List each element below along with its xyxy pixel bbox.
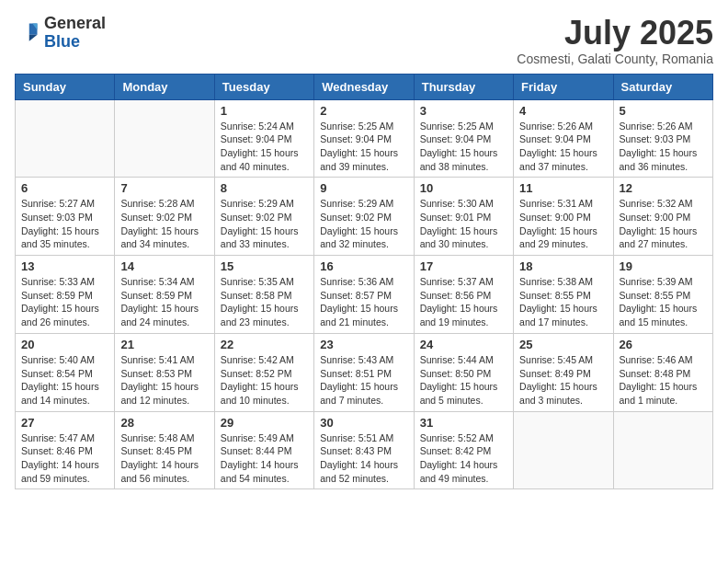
calendar-cell <box>16 99 115 178</box>
day-info: Sunrise: 5:37 AM Sunset: 8:56 PM Dayligh… <box>420 275 507 329</box>
day-info: Sunrise: 5:36 AM Sunset: 8:57 PM Dayligh… <box>320 275 407 329</box>
calendar-cell: 12Sunrise: 5:32 AM Sunset: 9:00 PM Dayli… <box>613 178 712 256</box>
calendar-cell: 26Sunrise: 5:46 AM Sunset: 8:48 PM Dayli… <box>613 333 712 411</box>
calendar-header-row: SundayMondayTuesdayWednesdayThursdayFrid… <box>16 74 713 99</box>
day-info: Sunrise: 5:28 AM Sunset: 9:02 PM Dayligh… <box>120 197 208 251</box>
logo-blue: Blue <box>44 32 80 51</box>
day-info: Sunrise: 5:52 AM Sunset: 8:42 PM Dayligh… <box>420 431 507 486</box>
calendar-cell: 15Sunrise: 5:35 AM Sunset: 8:58 PM Dayli… <box>214 256 313 334</box>
day-number: 8 <box>221 181 308 195</box>
weekday-header-thursday: Thursday <box>414 74 513 99</box>
svg-marker-1 <box>29 35 38 41</box>
calendar-week-row: 1Sunrise: 5:24 AM Sunset: 9:04 PM Daylig… <box>16 99 713 178</box>
day-number: 22 <box>221 338 308 351</box>
day-number: 5 <box>620 104 707 118</box>
day-info: Sunrise: 5:25 AM Sunset: 9:04 PM Dayligh… <box>320 120 407 174</box>
calendar-cell: 14Sunrise: 5:34 AM Sunset: 8:59 PM Dayli… <box>115 256 214 334</box>
day-info: Sunrise: 5:51 AM Sunset: 8:43 PM Dayligh… <box>320 431 407 486</box>
page-header: General Blue July 2025 Cosmesti, Galati … <box>15 15 713 66</box>
weekday-header-wednesday: Wednesday <box>314 74 414 99</box>
weekday-header-sunday: Sunday <box>16 74 115 99</box>
day-number: 10 <box>420 181 507 195</box>
day-info: Sunrise: 5:43 AM Sunset: 8:51 PM Dayligh… <box>320 353 407 408</box>
calendar-cell: 23Sunrise: 5:43 AM Sunset: 8:51 PM Dayli… <box>314 333 414 411</box>
weekday-header-tuesday: Tuesday <box>214 74 313 99</box>
calendar-cell <box>613 411 712 489</box>
day-info: Sunrise: 5:27 AM Sunset: 9:03 PM Dayligh… <box>21 197 108 251</box>
day-info: Sunrise: 5:29 AM Sunset: 9:02 PM Dayligh… <box>320 197 407 251</box>
calendar-cell: 17Sunrise: 5:37 AM Sunset: 8:56 PM Dayli… <box>414 256 513 334</box>
calendar-cell: 2Sunrise: 5:25 AM Sunset: 9:04 PM Daylig… <box>314 99 414 178</box>
day-info: Sunrise: 5:32 AM Sunset: 9:00 PM Dayligh… <box>620 197 707 251</box>
calendar-cell: 20Sunrise: 5:40 AM Sunset: 8:54 PM Dayli… <box>16 333 115 411</box>
day-number: 16 <box>320 259 407 273</box>
calendar-cell: 4Sunrise: 5:26 AM Sunset: 9:04 PM Daylig… <box>514 99 613 178</box>
day-info: Sunrise: 5:44 AM Sunset: 8:50 PM Dayligh… <box>420 353 507 408</box>
day-number: 28 <box>120 416 208 430</box>
day-number: 2 <box>320 104 407 118</box>
day-info: Sunrise: 5:26 AM Sunset: 9:03 PM Dayligh… <box>620 120 707 174</box>
calendar-cell: 30Sunrise: 5:51 AM Sunset: 8:43 PM Dayli… <box>314 411 414 489</box>
weekday-header-friday: Friday <box>514 74 613 99</box>
calendar-cell: 1Sunrise: 5:24 AM Sunset: 9:04 PM Daylig… <box>214 99 313 178</box>
day-info: Sunrise: 5:33 AM Sunset: 8:59 PM Dayligh… <box>21 275 108 329</box>
calendar-week-row: 20Sunrise: 5:40 AM Sunset: 8:54 PM Dayli… <box>16 333 713 411</box>
weekday-header-monday: Monday <box>115 74 214 99</box>
day-info: Sunrise: 5:45 AM Sunset: 8:49 PM Dayligh… <box>519 353 607 408</box>
calendar-cell: 5Sunrise: 5:26 AM Sunset: 9:03 PM Daylig… <box>613 99 712 178</box>
day-number: 20 <box>21 338 108 351</box>
calendar-table: SundayMondayTuesdayWednesdayThursdayFrid… <box>15 74 713 490</box>
day-number: 12 <box>620 181 707 195</box>
day-number: 6 <box>21 181 108 195</box>
calendar-cell: 24Sunrise: 5:44 AM Sunset: 8:50 PM Dayli… <box>414 333 513 411</box>
calendar-cell <box>514 411 613 489</box>
day-number: 7 <box>120 181 208 195</box>
calendar-cell: 13Sunrise: 5:33 AM Sunset: 8:59 PM Dayli… <box>16 256 115 334</box>
day-info: Sunrise: 5:26 AM Sunset: 9:04 PM Dayligh… <box>519 120 607 174</box>
day-number: 31 <box>420 416 507 430</box>
day-info: Sunrise: 5:29 AM Sunset: 9:02 PM Dayligh… <box>221 197 308 251</box>
day-number: 17 <box>420 259 507 273</box>
calendar-cell: 3Sunrise: 5:25 AM Sunset: 9:04 PM Daylig… <box>414 99 513 178</box>
day-info: Sunrise: 5:39 AM Sunset: 8:55 PM Dayligh… <box>620 275 707 329</box>
calendar-cell: 6Sunrise: 5:27 AM Sunset: 9:03 PM Daylig… <box>16 178 115 256</box>
logo-icon <box>15 20 40 46</box>
day-number: 11 <box>519 181 607 195</box>
day-number: 21 <box>120 338 208 351</box>
day-number: 3 <box>420 104 507 118</box>
day-number: 30 <box>320 416 407 430</box>
day-info: Sunrise: 5:47 AM Sunset: 8:46 PM Dayligh… <box>21 431 108 486</box>
calendar-cell: 25Sunrise: 5:45 AM Sunset: 8:49 PM Dayli… <box>514 333 613 411</box>
day-number: 14 <box>120 259 208 273</box>
day-info: Sunrise: 5:49 AM Sunset: 8:44 PM Dayligh… <box>221 431 308 486</box>
day-number: 23 <box>320 338 407 351</box>
day-info: Sunrise: 5:38 AM Sunset: 8:55 PM Dayligh… <box>519 275 607 329</box>
calendar-cell: 27Sunrise: 5:47 AM Sunset: 8:46 PM Dayli… <box>16 411 115 489</box>
calendar-cell: 31Sunrise: 5:52 AM Sunset: 8:42 PM Dayli… <box>414 411 513 489</box>
calendar-week-row: 27Sunrise: 5:47 AM Sunset: 8:46 PM Dayli… <box>16 411 713 489</box>
title-block: July 2025 Cosmesti, Galati County, Roman… <box>517 15 713 66</box>
day-number: 18 <box>519 259 607 273</box>
day-number: 24 <box>420 338 507 351</box>
day-number: 29 <box>221 416 308 430</box>
calendar-cell: 9Sunrise: 5:29 AM Sunset: 9:02 PM Daylig… <box>314 178 414 256</box>
day-info: Sunrise: 5:46 AM Sunset: 8:48 PM Dayligh… <box>620 353 707 408</box>
day-number: 13 <box>21 259 108 273</box>
logo: General Blue <box>15 15 106 52</box>
day-number: 15 <box>221 259 308 273</box>
calendar-week-row: 13Sunrise: 5:33 AM Sunset: 8:59 PM Dayli… <box>16 256 713 334</box>
weekday-header-saturday: Saturday <box>613 74 712 99</box>
day-info: Sunrise: 5:25 AM Sunset: 9:04 PM Dayligh… <box>420 120 507 174</box>
calendar-cell <box>115 99 214 178</box>
logo-general: General <box>44 14 106 32</box>
day-number: 9 <box>320 181 407 195</box>
day-info: Sunrise: 5:42 AM Sunset: 8:52 PM Dayligh… <box>221 353 308 408</box>
day-info: Sunrise: 5:48 AM Sunset: 8:45 PM Dayligh… <box>120 431 208 486</box>
day-info: Sunrise: 5:34 AM Sunset: 8:59 PM Dayligh… <box>120 275 208 329</box>
day-info: Sunrise: 5:35 AM Sunset: 8:58 PM Dayligh… <box>221 275 308 329</box>
day-number: 19 <box>620 259 707 273</box>
calendar-cell: 21Sunrise: 5:41 AM Sunset: 8:53 PM Dayli… <box>115 333 214 411</box>
day-info: Sunrise: 5:24 AM Sunset: 9:04 PM Dayligh… <box>221 120 308 174</box>
calendar-cell: 16Sunrise: 5:36 AM Sunset: 8:57 PM Dayli… <box>314 256 414 334</box>
calendar-cell: 8Sunrise: 5:29 AM Sunset: 9:02 PM Daylig… <box>214 178 313 256</box>
